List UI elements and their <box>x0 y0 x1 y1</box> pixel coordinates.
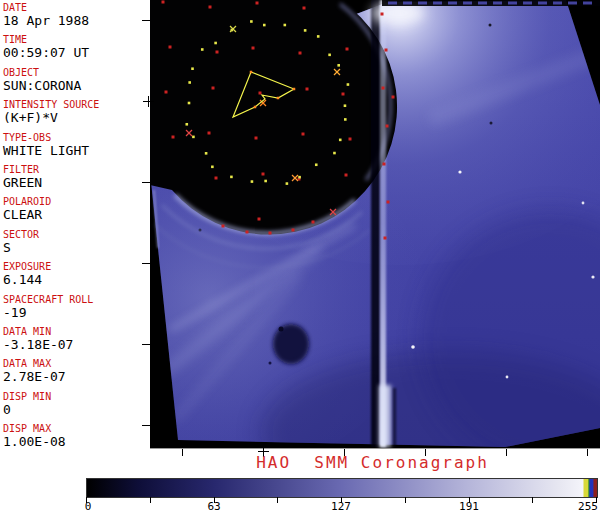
metadata-field: TIME00:59:07 UT <box>3 34 89 60</box>
field-label: POLAROID <box>3 196 51 207</box>
metadata-sidebar: DATE18 Apr 1988TIME00:59:07 UTOBJECTSUN:… <box>0 0 150 448</box>
field-value: 0 <box>3 402 51 417</box>
colorbar-tick-label: 191 <box>459 500 479 512</box>
field-label: DATA MAX <box>3 358 66 369</box>
colorbar-tick-label: 255 <box>578 500 598 512</box>
field-value: 1.00E-08 <box>3 434 66 449</box>
field-value: GREEN <box>3 175 42 190</box>
field-value: (K+F)*V <box>3 110 99 125</box>
metadata-field: SECTORS <box>3 229 39 255</box>
colorbar-tick <box>277 497 278 503</box>
field-value: CLEAR <box>3 207 51 222</box>
field-label: DISP MAX <box>3 423 66 434</box>
metadata-field: DATE18 Apr 1988 <box>3 2 89 28</box>
field-label: TYPE-OBS <box>3 132 89 143</box>
metadata-field: OBJECTSUN:CORONA <box>3 67 81 93</box>
coronagraph-image-canvas[interactable] <box>150 0 600 448</box>
field-value: S <box>3 240 39 255</box>
field-label: SPACECRAFT ROLL <box>3 294 93 305</box>
metadata-field: DATA MIN-3.18E-07 <box>3 326 73 352</box>
field-label: DATA MIN <box>3 326 73 337</box>
colorbar-tick <box>150 497 151 503</box>
colorbar-tick-label: 0 <box>85 500 92 512</box>
tick-mark <box>142 263 150 264</box>
app-window: DATE18 Apr 1988TIME00:59:07 UTOBJECTSUN:… <box>0 0 600 512</box>
field-label: FILTER <box>3 164 42 175</box>
colorbar <box>86 478 598 498</box>
metadata-field: POLAROIDCLEAR <box>3 196 51 222</box>
field-label: OBJECT <box>3 67 81 78</box>
field-value: 2.78E-07 <box>3 369 66 384</box>
tick-mark <box>142 344 150 345</box>
metadata-field: DATA MAX2.78E-07 <box>3 358 66 384</box>
field-label: DATE <box>3 2 89 13</box>
colorbar-tick <box>532 497 533 503</box>
metadata-field: DISP MIN0 <box>3 391 51 417</box>
colorbar-tick-label: 127 <box>331 500 351 512</box>
metadata-field: INTENSITY SOURCE(K+F)*V <box>3 99 99 125</box>
tick-mark <box>142 20 150 21</box>
field-label: TIME <box>3 34 89 45</box>
field-label: DISP MIN <box>3 391 51 402</box>
field-value: -19 <box>3 305 93 320</box>
field-label: INTENSITY SOURCE <box>3 99 99 110</box>
tick-mark <box>142 182 150 183</box>
colorbar-tick-label: 63 <box>207 500 220 512</box>
metadata-field: DISP MAX1.00E-08 <box>3 423 66 449</box>
colorbar-tick <box>405 497 406 503</box>
field-value: SUN:CORONA <box>3 78 81 93</box>
metadata-field: FILTERGREEN <box>3 164 42 190</box>
field-label: SECTOR <box>3 229 39 240</box>
field-value: 6.144 <box>3 272 51 287</box>
tick-mark <box>148 96 149 107</box>
field-value: 18 Apr 1988 <box>3 13 89 28</box>
field-value: 00:59:07 UT <box>3 45 89 60</box>
image-bottom-border <box>150 448 600 449</box>
metadata-field: EXPOSURE6.144 <box>3 261 51 287</box>
coronagraph-image <box>150 0 600 448</box>
metadata-field: SPACECRAFT ROLL-19 <box>3 294 93 320</box>
field-value: WHITE LIGHT <box>3 143 89 158</box>
field-label: EXPOSURE <box>3 261 51 272</box>
field-value: -3.18E-07 <box>3 337 73 352</box>
page-title: HAO SMM Coronagraph <box>145 453 600 472</box>
tick-mark <box>142 425 150 426</box>
metadata-field: TYPE-OBSWHITE LIGHT <box>3 132 89 158</box>
